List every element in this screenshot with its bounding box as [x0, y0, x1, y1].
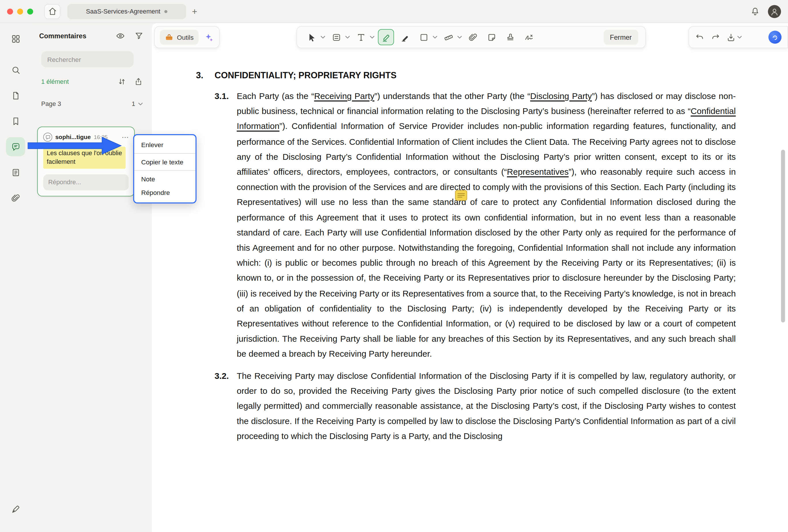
swirl-icon: [771, 33, 779, 41]
sticker-icon: [487, 33, 496, 42]
sort-arrows-icon: [118, 78, 126, 86]
comments-panel: Commentaires 1 élément Page 3 1: [31, 23, 152, 532]
search-icon: [11, 65, 20, 75]
toolbar-center-group: Fermer: [297, 26, 646, 48]
chevron-down-icon[interactable]: [320, 36, 325, 39]
attach-tool-button[interactable]: [466, 30, 480, 45]
section-title: CONFIDENTIALITY; PROPRIETARY RIGHTS: [215, 70, 397, 81]
titlebar: SaaS-Services-Agreement +: [0, 0, 788, 23]
comments-count-label: 1 élément: [41, 78, 69, 85]
menu-divider: [134, 153, 196, 154]
page-group-label: Page 3: [41, 100, 61, 107]
comment-reply-input[interactable]: [43, 175, 129, 190]
note-annotation-icon[interactable]: [455, 190, 468, 201]
toolbar-right-group: [689, 26, 788, 48]
tools-button[interactable]: Outils: [160, 30, 199, 45]
ai-assistant-button[interactable]: [204, 32, 214, 43]
close-window-button[interactable]: [7, 8, 13, 14]
sparkles-icon: [204, 32, 214, 43]
pen-nib-icon: [11, 504, 20, 514]
document-lines-icon: [11, 167, 20, 177]
new-tab-button[interactable]: +: [192, 7, 197, 16]
redo-button[interactable]: [711, 33, 720, 42]
comments-count-row: 1 élément: [41, 78, 142, 86]
clause-number: 3.1.: [215, 89, 237, 362]
clause-text: Each Party (as the “Receiving Party”) un…: [237, 89, 736, 362]
thumbnails-panel-button[interactable]: [6, 86, 25, 105]
edit-mode-button[interactable]: [6, 499, 25, 518]
funnel-icon: [134, 31, 144, 41]
stamp-tool-button[interactable]: [503, 30, 517, 45]
chevron-down-icon[interactable]: [138, 102, 143, 105]
grid-icon: [11, 34, 20, 43]
chevron-down-icon[interactable]: [370, 36, 374, 39]
markup-tool-button[interactable]: [329, 30, 343, 45]
person-icon: [770, 6, 780, 16]
minimize-window-button[interactable]: [17, 8, 23, 14]
grid-view-button[interactable]: [6, 29, 25, 48]
square-shape-icon: [419, 33, 428, 42]
measure-tool-button[interactable]: [441, 30, 456, 45]
signature-tool-button[interactable]: [521, 30, 536, 45]
chevron-down-icon[interactable]: [433, 36, 437, 39]
sort-button[interactable]: [118, 78, 126, 86]
user-avatar[interactable]: [768, 5, 781, 18]
context-menu: Enlever Copier le texte Note Répondre: [133, 134, 196, 204]
undo-icon: [695, 33, 705, 42]
reader-panel-button[interactable]: [6, 163, 25, 182]
document-tab[interactable]: SaaS-Services-Agreement: [67, 4, 186, 19]
select-tool-button[interactable]: [304, 30, 319, 45]
filter-button[interactable]: [134, 31, 144, 41]
attachments-panel-button[interactable]: [6, 188, 25, 207]
export-comments-button[interactable]: [134, 78, 143, 86]
highlighter-tool-button[interactable]: [378, 29, 394, 45]
paperclip-icon: [11, 193, 20, 203]
toggle-visibility-button[interactable]: [116, 31, 125, 41]
page-group-count: 1: [132, 100, 135, 107]
pen-tool-button[interactable]: [397, 30, 412, 45]
document-body: 3.1. Each Party (as the “Receiving Party…: [215, 89, 736, 445]
chevron-down-icon[interactable]: [345, 36, 350, 39]
home-button[interactable]: [44, 4, 60, 19]
unsaved-dot-icon: [164, 10, 168, 13]
text-tool-button[interactable]: [353, 30, 368, 45]
app-ai-logo-button[interactable]: [768, 30, 781, 43]
menu-item-note[interactable]: Note: [134, 172, 196, 186]
menu-item-reply[interactable]: Répondre: [134, 186, 196, 200]
annotation-arrow: [28, 136, 123, 155]
comments-search-input[interactable]: [41, 51, 134, 67]
clause-3-1: 3.1. Each Party (as the “Receiving Party…: [215, 89, 736, 362]
vertical-scrollbar[interactable]: [781, 150, 785, 323]
section-heading: 3. CONFIDENTIALITY; PROPRIETARY RIGHTS: [196, 70, 736, 81]
bookmarks-panel-button[interactable]: [6, 111, 25, 130]
close-annotation-mode-button[interactable]: Fermer: [604, 30, 638, 45]
search-panel-button[interactable]: [6, 60, 25, 79]
notifications-button[interactable]: [750, 7, 760, 16]
chevron-down-icon[interactable]: [457, 36, 462, 39]
menu-item-remove[interactable]: Enlever: [134, 138, 196, 152]
markup-square-icon: [332, 33, 341, 42]
ruler-icon: [444, 33, 453, 42]
redo-icon: [711, 33, 720, 42]
window-controls: [7, 8, 33, 14]
shape-tool-button[interactable]: [416, 30, 431, 45]
clause-3-2: 3.2. The Receiving Party may disclose Co…: [215, 368, 736, 445]
panel-title: Commentaires: [39, 32, 86, 40]
save-button[interactable]: [726, 33, 736, 42]
page-group-row[interactable]: Page 3 1: [41, 100, 142, 107]
comment-bubble-icon: [11, 142, 20, 151]
chevron-down-icon[interactable]: [737, 36, 742, 39]
home-icon: [47, 7, 57, 16]
toolbar-left-group: Outils: [154, 26, 220, 48]
sticker-tool-button[interactable]: [484, 30, 499, 45]
clause-number: 3.2.: [215, 368, 237, 445]
undo-button[interactable]: [695, 33, 705, 42]
share-icon: [134, 78, 143, 86]
document-area: Outils: [152, 23, 788, 532]
fullscreen-window-button[interactable]: [27, 8, 33, 14]
highlighter-icon: [381, 33, 391, 42]
comments-panel-button[interactable]: [6, 137, 25, 156]
menu-item-copy-text[interactable]: Copier le texte: [134, 155, 196, 169]
sidebar-rail: [0, 23, 31, 532]
tools-button-label: Outils: [177, 34, 194, 41]
